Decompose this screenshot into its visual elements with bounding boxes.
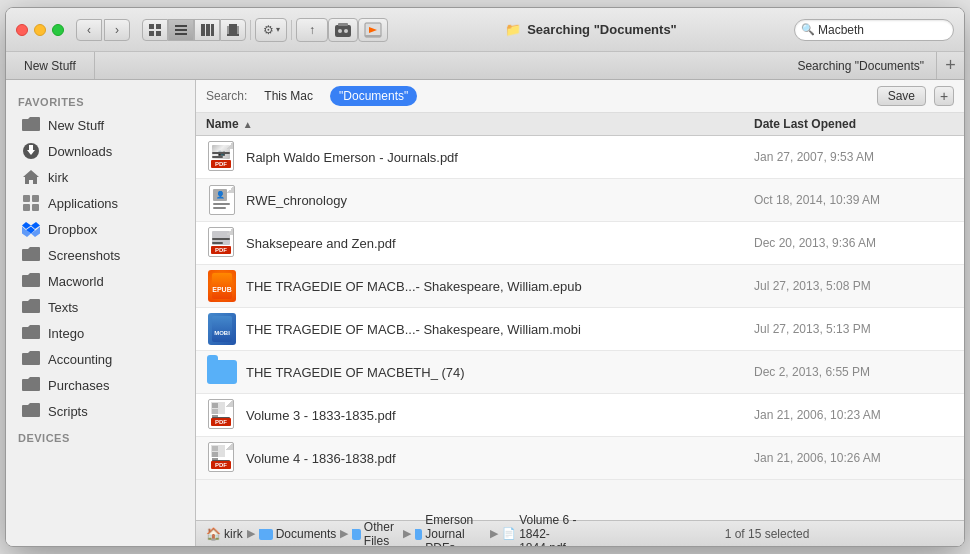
sidebar-item-texts[interactable]: Texts	[10, 294, 191, 320]
folder-icon	[22, 246, 40, 264]
folder-icon	[22, 324, 40, 342]
sidebar-item-purchases[interactable]: Purchases	[10, 372, 191, 398]
file-name: THE TRAGEDIE OF MACB...- Shakespeare, Wi…	[246, 322, 754, 337]
search-box[interactable]: 🔍 ×	[794, 19, 954, 41]
breadcrumb-item[interactable]: Emerson Journal PDFs	[415, 513, 486, 547]
apps-icon	[22, 194, 40, 212]
breadcrumb-item[interactable]: Documents	[259, 527, 337, 541]
svg-rect-9	[211, 24, 214, 36]
sidebar-item-new-stuff[interactable]: New Stuff	[10, 112, 191, 138]
maximize-button[interactable]	[52, 24, 64, 36]
folder-icon	[22, 376, 40, 394]
svg-text:MOBI: MOBI	[214, 330, 230, 336]
svg-text:EPUB: EPUB	[212, 286, 231, 293]
view-cover-button[interactable]	[220, 19, 246, 41]
statusbar: 🏠 kirk ▶ Documents ▶ Other Files ▶	[196, 520, 964, 546]
file-name: Volume 4 - 1836-1838.pdf	[246, 451, 754, 466]
svg-rect-8	[206, 24, 210, 36]
file-date: Jan 21, 2006, 10:26 AM	[754, 451, 954, 465]
table-row[interactable]: PDF Volume 3 - 1833-1835.pdf Jan 21, 200…	[196, 394, 964, 437]
scope-documents-button[interactable]: "Documents"	[330, 86, 417, 106]
settings-button[interactable]: ⚙ ▾	[255, 18, 287, 42]
tab-add-button[interactable]: +	[936, 52, 964, 79]
forward-button[interactable]: ›	[104, 19, 130, 41]
breadcrumb-item[interactable]: Other Files	[352, 520, 399, 547]
sidebar-item-label: kirk	[48, 170, 68, 185]
sidebar-item-label: Intego	[48, 326, 84, 341]
minimize-button[interactable]	[34, 24, 46, 36]
sidebar-item-kirk[interactable]: kirk	[10, 164, 191, 190]
automator-icon	[333, 21, 353, 39]
save-search-button[interactable]: Save	[877, 86, 926, 106]
tab-searching-docs[interactable]: Searching "Documents"	[785, 52, 936, 79]
sidebar-item-scripts[interactable]: Scripts	[10, 398, 191, 424]
file-date: Jan 21, 2006, 10:23 AM	[754, 408, 954, 422]
search-input[interactable]	[818, 23, 965, 37]
breadcrumb-item[interactable]: 📄 Volume 6 - 1842-1844.pdf	[502, 513, 580, 547]
breadcrumb-separator: ▶	[490, 527, 498, 540]
svg-rect-2	[149, 31, 154, 36]
table-row[interactable]: EPUB THE TRAGEDIE OF MACB...- Shakespear…	[196, 265, 964, 308]
svg-rect-20	[365, 35, 381, 37]
sidebar-item-intego[interactable]: Intego	[10, 320, 191, 346]
table-row[interactable]: PDF Volume 4 - 1836-1838.pdf Jan 21, 200…	[196, 437, 964, 480]
favorites-label: Favorites	[6, 88, 195, 112]
view-buttons	[142, 19, 246, 41]
table-row[interactable]: 📷 PDF Ralph Waldo Emerson - Journals.pdf	[196, 136, 964, 179]
sidebar-item-screenshots[interactable]: Screenshots	[10, 242, 191, 268]
sidebar-item-label: Applications	[48, 196, 118, 211]
sidebar-item-macworld[interactable]: Macworld	[10, 268, 191, 294]
svg-rect-5	[175, 29, 187, 31]
folder-icon	[415, 529, 422, 540]
finder-window: ‹ › ⚙ ▾ ↑	[5, 7, 965, 547]
sidebar-item-downloads[interactable]: Downloads	[10, 138, 191, 164]
automator-button[interactable]	[328, 18, 358, 42]
col-name-label: Name	[206, 117, 239, 131]
file-icon: 📷 PDF	[206, 141, 238, 173]
folder-icon-lg	[207, 360, 237, 384]
svg-rect-23	[29, 145, 33, 151]
file-date: Dec 2, 2013, 6:55 PM	[754, 365, 954, 379]
folder-icon	[22, 402, 40, 420]
add-criteria-button[interactable]: +	[934, 86, 954, 106]
file-icon: 👤	[206, 184, 238, 216]
devices-label: Devices	[6, 424, 195, 448]
svg-rect-4	[175, 25, 187, 27]
svg-rect-36	[212, 316, 232, 342]
sidebar-item-dropbox[interactable]: Dropbox	[10, 216, 191, 242]
sidebar-item-applications[interactable]: Applications	[10, 190, 191, 216]
file-icon: PDF	[206, 227, 238, 259]
pdf-icon: 📄	[502, 527, 516, 540]
sidebar-item-accounting[interactable]: Accounting	[10, 346, 191, 372]
tab-new-stuff[interactable]: New Stuff	[6, 52, 95, 79]
svg-rect-28	[32, 204, 39, 211]
table-row[interactable]: PDF Shaksepeare and Zen.pdf Dec 20, 2013…	[196, 222, 964, 265]
file-date: Jul 27, 2013, 5:13 PM	[754, 322, 954, 336]
file-icon: PDF	[206, 399, 238, 431]
preview-button[interactable]	[358, 18, 388, 42]
dropbox-icon	[22, 220, 40, 238]
sidebar-item-label: Scripts	[48, 404, 88, 419]
scope-this-mac-button[interactable]: This Mac	[255, 86, 322, 106]
table-row[interactable]: THE TRAGEDIE OF MACBETH_ (74) Dec 2, 201…	[196, 351, 964, 394]
sidebar-item-label: Texts	[48, 300, 78, 315]
sidebar: Favorites New Stuff Downloads	[6, 80, 196, 546]
view-columns-button[interactable]	[194, 19, 220, 41]
breadcrumb-label: Documents	[276, 527, 337, 541]
column-date-header[interactable]: Date Last Opened	[754, 117, 954, 131]
breadcrumb-label: kirk	[224, 527, 243, 541]
file-name: Ralph Waldo Emerson - Journals.pdf	[246, 150, 754, 165]
view-list-button[interactable]	[168, 19, 194, 41]
share-button[interactable]: ↑	[296, 18, 328, 42]
epub-icon: EPUB	[208, 270, 236, 302]
back-button[interactable]: ‹	[76, 19, 102, 41]
table-row[interactable]: 👤 RWE_chronology Oct 18, 2014, 10:39 AM	[196, 179, 964, 222]
sidebar-item-label: Purchases	[48, 378, 109, 393]
view-icon-button[interactable]	[142, 19, 168, 41]
close-button[interactable]	[16, 24, 28, 36]
column-name-header[interactable]: Name ▲	[206, 117, 754, 131]
breadcrumb-item[interactable]: 🏠 kirk	[206, 527, 243, 541]
folder-icon	[22, 350, 40, 368]
table-row[interactable]: MOBI THE TRAGEDIE OF MACB...- Shakespear…	[196, 308, 964, 351]
breadcrumb-separator: ▶	[403, 527, 411, 540]
